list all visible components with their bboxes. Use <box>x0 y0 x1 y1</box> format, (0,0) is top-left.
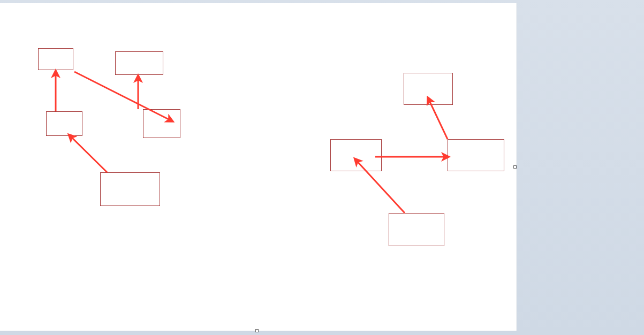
shape-box-a3[interactable] <box>46 111 82 136</box>
shape-box-b2[interactable] <box>330 139 382 171</box>
canvas-handle-bottom[interactable] <box>255 329 259 332</box>
shape-box-b4[interactable] <box>389 213 444 246</box>
shape-box-b1[interactable] <box>404 73 453 105</box>
arrow-layer <box>0 3 517 331</box>
arrow-arrow-4[interactable] <box>70 135 107 172</box>
shape-box-a5[interactable] <box>100 172 160 206</box>
canvas-handle-right[interactable] <box>513 165 517 169</box>
workspace-background <box>0 0 644 335</box>
shape-box-b3[interactable] <box>448 139 504 171</box>
shape-box-a4[interactable] <box>143 109 180 138</box>
shape-box-a2[interactable] <box>115 51 163 75</box>
drawing-canvas[interactable] <box>0 3 517 331</box>
shape-box-a1[interactable] <box>38 48 73 70</box>
